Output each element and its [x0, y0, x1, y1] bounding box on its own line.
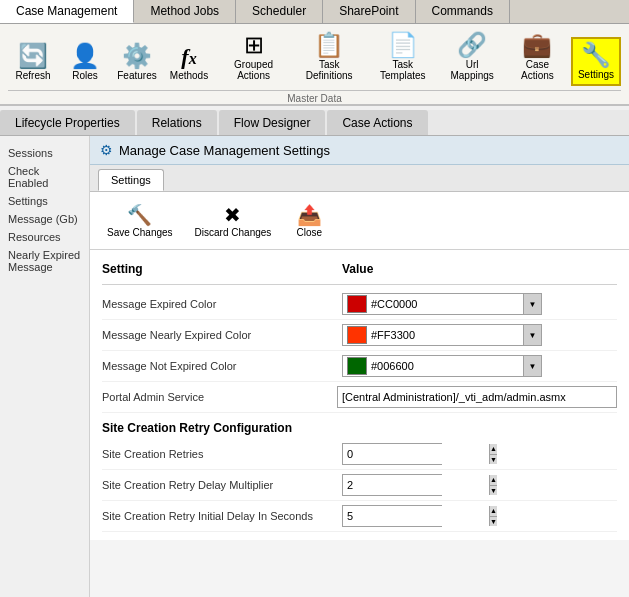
- color-swatch-expired: [347, 295, 367, 313]
- discard-changes-button[interactable]: ✖ Discard Changes: [186, 198, 281, 243]
- ribbon-features[interactable]: ⚙️ Features: [112, 39, 162, 86]
- left-sidebar: Sessions Check Enabled Settings Message …: [0, 136, 90, 597]
- section-header: Site Creation Retry Configuration: [102, 413, 617, 439]
- discard-changes-label: Discard Changes: [195, 227, 272, 238]
- color-dropdown-arrow-not-expired[interactable]: ▼: [523, 356, 541, 376]
- color-dropdown-not-expired[interactable]: #006600 ▼: [342, 355, 542, 377]
- table-row: Message Nearly Expired Color #FF3300 ▼: [102, 320, 617, 351]
- row-setting-label: Site Creation Retry Delay Multiplier: [102, 479, 342, 491]
- site-creation-retries-input[interactable]: ▲ ▼: [342, 443, 442, 465]
- color-text-expired: #CC0000: [371, 298, 523, 310]
- tab-lifecycle-properties[interactable]: Lifecycle Properties: [0, 110, 135, 135]
- ribbon-task-templates[interactable]: 📄 Task Templates: [367, 28, 438, 86]
- color-dropdown-nearly-expired[interactable]: #FF3300 ▼: [342, 324, 542, 346]
- ribbon-grouped-actions[interactable]: ⊞ Grouped Actions: [216, 28, 291, 86]
- ribbon-roles[interactable]: 👤 Roles: [60, 39, 110, 86]
- color-dropdown-arrow-nearly-expired[interactable]: ▼: [523, 325, 541, 345]
- row-setting-label: Message Expired Color: [102, 298, 342, 310]
- spin-up-retries[interactable]: ▲: [490, 444, 497, 455]
- spin-down-retries[interactable]: ▼: [490, 455, 497, 465]
- tab-scheduler[interactable]: Scheduler: [236, 0, 323, 23]
- spin-up-delay[interactable]: ▲: [490, 475, 497, 486]
- ribbon-case-actions[interactable]: 💼 Case Actions: [506, 28, 569, 86]
- ribbon-features-label: Features: [117, 70, 156, 81]
- table-row: Site Creation Retry Initial Delay In Sec…: [102, 501, 617, 532]
- content-area: Sessions Check Enabled Settings Message …: [0, 136, 629, 597]
- table-row: Site Creation Retries ▲ ▼: [102, 439, 617, 470]
- ribbon-url-mappings[interactable]: 🔗 Url Mappings: [440, 28, 504, 86]
- ribbon-settings[interactable]: 🔧 Settings: [571, 37, 621, 86]
- table-row: Site Creation Retry Delay Multiplier ▲ ▼: [102, 470, 617, 501]
- settings-inner-tabs: Settings: [90, 165, 629, 192]
- settings-icon: 🔧: [581, 43, 611, 67]
- top-tab-bar: Case Management Method Jobs Scheduler Sh…: [0, 0, 629, 24]
- table-row: Portal Admin Service: [102, 382, 617, 413]
- site-creation-retries-field[interactable]: [343, 444, 489, 464]
- close-label: Close: [297, 227, 323, 238]
- save-icon: 🔨: [127, 203, 152, 227]
- settings-inner-tab-settings[interactable]: Settings: [98, 169, 164, 191]
- portal-admin-service-input[interactable]: [337, 386, 617, 408]
- sidebar-item-settings[interactable]: Settings: [4, 192, 85, 210]
- tab-relations[interactable]: Relations: [137, 110, 217, 135]
- retry-delay-multiplier-field[interactable]: [343, 475, 489, 495]
- spin-buttons-initial-delay: ▲ ▼: [489, 506, 497, 526]
- task-definitions-icon: 📋: [314, 33, 344, 57]
- settings-table-header: Setting Value: [102, 258, 617, 285]
- ribbon-refresh-label: Refresh: [16, 70, 51, 81]
- close-icon: 📤: [297, 203, 322, 227]
- panel-gear-icon: ⚙: [100, 142, 113, 158]
- color-text-not-expired: #006600: [371, 360, 523, 372]
- case-actions-icon: 💼: [522, 33, 552, 57]
- table-row: Message Not Expired Color #006600 ▼: [102, 351, 617, 382]
- second-tab-bar: Lifecycle Properties Relations Flow Desi…: [0, 110, 629, 136]
- color-text-nearly-expired: #FF3300: [371, 329, 523, 341]
- header-setting: Setting: [102, 262, 342, 276]
- spin-up-initial-delay[interactable]: ▲: [490, 506, 497, 517]
- tab-case-management[interactable]: Case Management: [0, 0, 134, 23]
- color-dropdown-arrow-expired[interactable]: ▼: [523, 294, 541, 314]
- tab-flow-designer[interactable]: Flow Designer: [219, 110, 326, 135]
- sidebar-item-message-gb[interactable]: Message (Gb): [4, 210, 85, 228]
- sidebar-item-sessions[interactable]: Sessions: [4, 144, 85, 162]
- ribbon-case-actions-label: Case Actions: [515, 59, 560, 81]
- tab-sharepoint[interactable]: SharePoint: [323, 0, 415, 23]
- ribbon-methods[interactable]: fx Methods: [164, 41, 214, 86]
- toolbar: 🔨 Save Changes ✖ Discard Changes 📤 Close: [90, 192, 629, 250]
- spin-down-initial-delay[interactable]: ▼: [490, 517, 497, 527]
- save-changes-button[interactable]: 🔨 Save Changes: [98, 198, 182, 243]
- panel-header: ⚙ Manage Case Management Settings: [90, 136, 629, 165]
- ribbon: 🔄 Refresh 👤 Roles ⚙️ Features fx Methods…: [0, 24, 629, 106]
- sidebar-item-check-enabled[interactable]: Check Enabled: [4, 162, 85, 192]
- settings-table: Setting Value Message Expired Color #CC0…: [90, 250, 629, 540]
- spin-down-delay[interactable]: ▼: [490, 486, 497, 496]
- ribbon-refresh[interactable]: 🔄 Refresh: [8, 39, 58, 86]
- retry-initial-delay-input[interactable]: ▲ ▼: [342, 505, 442, 527]
- row-setting-label: Site Creation Retries: [102, 448, 342, 460]
- tab-method-jobs[interactable]: Method Jobs: [134, 0, 236, 23]
- ribbon-task-definitions[interactable]: 📋 Task Definitions: [293, 28, 365, 86]
- tab-commands[interactable]: Commands: [416, 0, 510, 23]
- close-button[interactable]: 📤 Close: [284, 198, 334, 243]
- retry-delay-multiplier-input[interactable]: ▲ ▼: [342, 474, 442, 496]
- refresh-icon: 🔄: [18, 44, 48, 68]
- sidebar-item-nearly-expired[interactable]: Nearly Expired Message: [4, 246, 85, 276]
- ribbon-methods-label: Methods: [170, 70, 208, 81]
- spin-buttons-delay: ▲ ▼: [489, 475, 497, 495]
- tab-case-actions[interactable]: Case Actions: [327, 110, 427, 135]
- save-changes-label: Save Changes: [107, 227, 173, 238]
- sidebar-item-resources[interactable]: Resources: [4, 228, 85, 246]
- ribbon-grouped-actions-label: Grouped Actions: [225, 59, 282, 81]
- ribbon-url-mappings-label: Url Mappings: [449, 59, 495, 81]
- color-dropdown-expired[interactable]: #CC0000 ▼: [342, 293, 542, 315]
- header-value: Value: [342, 262, 617, 276]
- retry-initial-delay-field[interactable]: [343, 506, 489, 526]
- grouped-actions-icon: ⊞: [244, 33, 264, 57]
- ribbon-task-definitions-label: Task Definitions: [302, 59, 356, 81]
- main-panel: ⚙ Manage Case Management Settings Settin…: [90, 136, 629, 597]
- task-templates-icon: 📄: [388, 33, 418, 57]
- ribbon-task-templates-label: Task Templates: [376, 59, 429, 81]
- table-row: Message Expired Color #CC0000 ▼: [102, 289, 617, 320]
- methods-icon: fx: [181, 46, 196, 68]
- ribbon-roles-label: Roles: [72, 70, 98, 81]
